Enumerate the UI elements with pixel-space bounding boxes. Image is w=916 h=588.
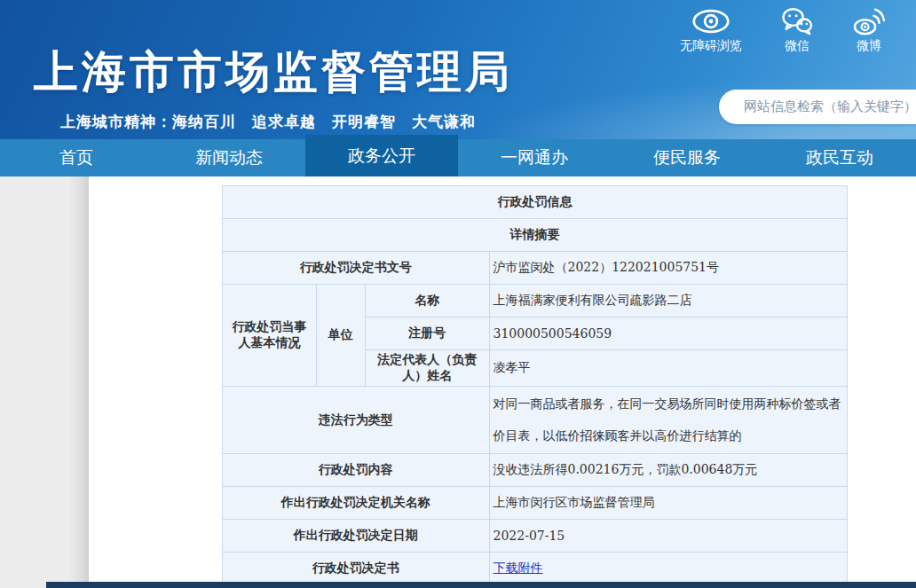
site-search-input[interactable]: 网站信息检索（输入关键字） (719, 90, 916, 124)
table-row: 作出行政处罚决定机关名称 上海市闵行区市场监督管理局 (223, 487, 848, 520)
nav-item-interaction[interactable]: 政民互动 (763, 139, 916, 176)
wechat-icon (781, 7, 813, 35)
penalty-value: 没收违法所得0.00216万元，罚款0.00648万元 (489, 454, 847, 487)
table-row: 详情摘要 (223, 219, 848, 252)
table-row: 行政处罚决定书 下载附件 (223, 553, 848, 585)
search-placeholder: 网站信息检索（输入关键字） (744, 98, 916, 115)
wechat-label: 微信 (785, 38, 809, 54)
table-row: 行政处罚内容 没收违法所得0.00216万元，罚款0.00648万元 (223, 454, 848, 487)
name-value: 上海福满家便利有限公司疏影路二店 (489, 285, 847, 318)
doc-no-label: 行政处罚决定书文号 (223, 252, 490, 285)
reg-no-value: 310000500546059 (489, 318, 847, 350)
legal-rep-label: 法定代表人（负责人）姓名 (365, 350, 489, 387)
date-label: 作出行政处罚决定日期 (223, 520, 490, 553)
unit-label: 单位 (316, 285, 365, 387)
table-row: 行政处罚当事人基本情况 单位 名称 上海福满家便利有限公司疏影路二店 (223, 285, 848, 318)
name-label: 名称 (365, 285, 489, 318)
site-logo-title[interactable]: 上海市市场监督管理局 (34, 43, 513, 102)
download-attachment-link[interactable]: 下载附件 (494, 561, 543, 575)
main-nav: 首页 新闻动态 政务公开 一网通办 便民服务 政民互动 (0, 139, 916, 176)
nav-item-one-network[interactable]: 一网通办 (458, 139, 611, 176)
content-panel: 行政处罚信息 详情摘要 行政处罚决定书文号 沪市监闵处（2022）1220210… (89, 176, 916, 588)
left-gutter (0, 176, 89, 588)
nav-item-home[interactable]: 首页 (0, 139, 153, 176)
weibo-icon (852, 7, 886, 35)
doc-no-value: 沪市监闵处（2022）122021005751号 (489, 252, 847, 285)
page: 上海市市场监督管理局 上海城市精神：海纳百川 追求卓越 开明睿智 大气谦和 无障… (0, 0, 916, 588)
legal-rep-value: 凌孝平 (489, 350, 847, 387)
accessibility-label: 无障碍浏览 (680, 38, 742, 54)
penalty-table: 行政处罚信息 详情摘要 行政处罚决定书文号 沪市监闵处（2022）1220210… (222, 185, 848, 585)
table-row: 行政处罚决定书文号 沪市监闵处（2022）122021005751号 (223, 252, 848, 285)
nav-item-gov-disclosure[interactable]: 政务公开 (305, 135, 458, 176)
violation-label: 违法行为类型 (223, 387, 490, 454)
table-row: 行政处罚信息 (223, 186, 848, 219)
penalty-label: 行政处罚内容 (223, 454, 490, 487)
violation-value: 对同一商品或者服务，在同一交易场所同时使用两种标价签或者价目表，以低价招徕顾客并… (489, 387, 847, 454)
table-row: 违法行为类型 对同一商品或者服务，在同一交易场所同时使用两种标价签或者价目表，以… (223, 387, 848, 454)
accessibility-link[interactable]: 无障碍浏览 (680, 7, 742, 54)
table-title: 行政处罚信息 (223, 186, 848, 219)
weibo-link[interactable]: 微博 (852, 7, 886, 54)
site-header: 上海市市场监督管理局 上海城市精神：海纳百川 追求卓越 开明睿智 大气谦和 无障… (0, 0, 916, 139)
authority-value: 上海市闵行区市场监督管理局 (489, 487, 847, 520)
date-value: 2022-07-15 (489, 520, 847, 553)
header-quick-links: 无障碍浏览 微信 (680, 7, 886, 54)
accessibility-eye-icon (691, 7, 730, 35)
wechat-link[interactable]: 微信 (781, 7, 813, 54)
reg-no-label: 注册号 (365, 318, 489, 350)
main-area: 行政处罚信息 详情摘要 行政处罚决定书文号 沪市监闵处（2022）1220210… (0, 176, 916, 588)
nav-item-public-services[interactable]: 便民服务 (611, 139, 763, 176)
table-row: 作出行政处罚决定日期 2022-07-15 (223, 520, 848, 553)
city-spirit-motto: 上海城市精神：海纳百川 追求卓越 开明睿智 大气谦和 (60, 112, 476, 132)
decision-doc-label: 行政处罚决定书 (223, 553, 490, 585)
weibo-label: 微博 (857, 38, 881, 54)
table-subtitle: 详情摘要 (223, 219, 848, 252)
authority-label: 作出行政处罚决定机关名称 (223, 487, 490, 520)
party-label: 行政处罚当事人基本情况 (223, 285, 317, 387)
footer-bar (46, 582, 916, 588)
nav-item-news[interactable]: 新闻动态 (153, 139, 305, 176)
